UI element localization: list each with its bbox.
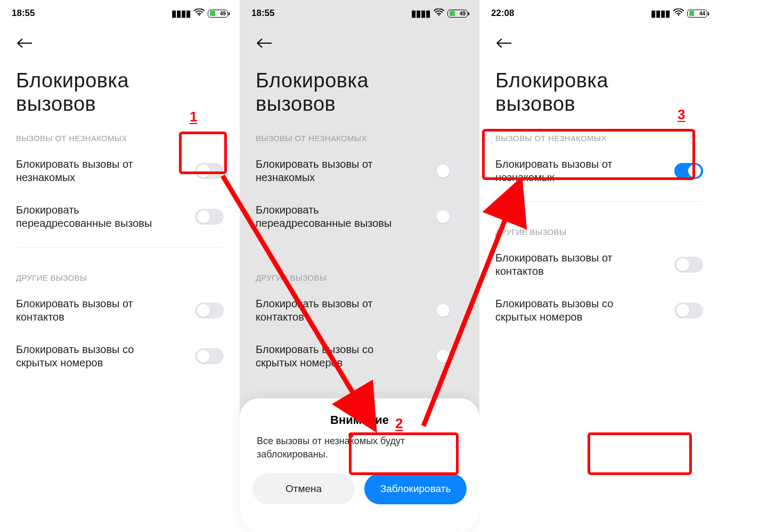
- svg-line-4: [423, 184, 519, 426]
- svg-line-3: [223, 176, 373, 426]
- annotation-arrows: [0, 0, 767, 532]
- tutorial-three-phones: { "annotations": { "n1": "1", "n2": "2",…: [0, 0, 767, 532]
